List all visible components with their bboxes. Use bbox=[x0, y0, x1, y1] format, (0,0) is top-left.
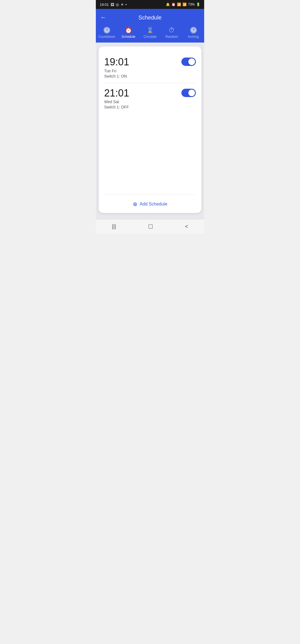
toggle-thumb-2 bbox=[188, 90, 195, 96]
status-right: 🔔 ⏰ 📶 📶 73% 🔋 bbox=[166, 3, 200, 6]
alarm-icon: 🔔 bbox=[166, 3, 170, 6]
clock-icon: ⏰ bbox=[171, 3, 176, 6]
add-schedule-button[interactable]: ⊕ Add Schedule bbox=[104, 194, 196, 213]
tab-inching[interactable]: 🕐 Inching bbox=[185, 27, 202, 39]
tab-circulate[interactable]: ⌛ Circulate bbox=[142, 27, 158, 39]
back-nav-button[interactable]: < bbox=[185, 223, 188, 230]
brightness-icon: ☀ bbox=[121, 3, 124, 7]
tab-schedule-label: Schedule bbox=[121, 35, 135, 39]
schedule-switch-label-2: Switch 1: OFF bbox=[104, 105, 129, 109]
toggle-track-2[interactable] bbox=[181, 89, 196, 97]
tab-random-label: Random bbox=[165, 35, 178, 39]
random-icon: ⏱ bbox=[169, 27, 175, 33]
schedule-switch-label-1: Switch 1: ON bbox=[104, 74, 129, 78]
schedule-days-2: Wed Sat bbox=[104, 100, 129, 104]
tab-bar: 🕐 Countdown ⏰ Schedule ⌛ Circulate ⏱ Ran… bbox=[96, 25, 204, 43]
schedule-time-1: 19:01 bbox=[104, 56, 129, 68]
tab-random[interactable]: ⏱ Random bbox=[163, 27, 180, 39]
tab-schedule[interactable]: ⏰ Schedule bbox=[120, 27, 137, 39]
signal-icon: 📶 bbox=[182, 3, 187, 6]
tab-inching-label: Inching bbox=[188, 35, 199, 39]
schedule-icon: ⏰ bbox=[125, 27, 132, 33]
toggle-track-1[interactable] bbox=[181, 58, 196, 66]
back-button[interactable]: ← bbox=[100, 14, 106, 21]
countdown-icon: 🕐 bbox=[103, 27, 111, 33]
schedule-item-2[interactable]: 21:01 Wed Sat Switch 1: OFF bbox=[104, 83, 196, 114]
schedule-info-1: 19:01 Tue Fri Switch 1: ON bbox=[104, 56, 129, 78]
circulate-icon: ⌛ bbox=[146, 27, 154, 33]
home-button[interactable]: ☐ bbox=[148, 223, 153, 230]
schedule-card: 19:01 Tue Fri Switch 1: ON 21:01 Wed Sat… bbox=[99, 46, 201, 213]
battery-percent: 73% bbox=[188, 3, 195, 6]
header: ← Schedule bbox=[96, 9, 204, 25]
status-time: 19:01 bbox=[100, 3, 109, 7]
content-area: 19:01 Tue Fri Switch 1: ON 21:01 Wed Sat… bbox=[96, 43, 204, 219]
schedule-info-2: 21:01 Wed Sat Switch 1: OFF bbox=[104, 88, 129, 110]
tab-countdown-label: Countdown bbox=[98, 35, 115, 39]
card-spacer bbox=[104, 114, 196, 192]
page-title: Schedule bbox=[109, 14, 191, 21]
tab-countdown[interactable]: 🕐 Countdown bbox=[98, 27, 115, 39]
photo-icon: 🖼 bbox=[111, 3, 114, 7]
tab-circulate-label: Circulate bbox=[144, 35, 157, 39]
schedule-time-2: 21:01 bbox=[104, 88, 129, 99]
toggle-thumb-1 bbox=[188, 58, 195, 65]
circle-icon: ◎ bbox=[116, 3, 119, 7]
status-left: 19:01 🖼 ◎ ☀ • bbox=[100, 3, 127, 7]
toggle-1[interactable] bbox=[181, 58, 196, 66]
status-bar: 19:01 🖼 ◎ ☀ • 🔔 ⏰ 📶 📶 73% 🔋 bbox=[96, 0, 204, 9]
battery-icon: 🔋 bbox=[196, 3, 200, 6]
recent-apps-button[interactable]: ||| bbox=[112, 223, 116, 230]
inching-icon: 🕐 bbox=[190, 27, 197, 33]
wifi-icon: 📶 bbox=[177, 3, 181, 6]
add-schedule-label: Add Schedule bbox=[140, 202, 168, 207]
add-schedule-icon: ⊕ bbox=[133, 201, 138, 207]
toggle-2[interactable] bbox=[181, 89, 196, 97]
schedule-days-1: Tue Fri bbox=[104, 69, 129, 73]
dot-icon: • bbox=[126, 3, 127, 7]
bottom-nav: ||| ☐ < bbox=[96, 219, 204, 234]
schedule-item-1[interactable]: 19:01 Tue Fri Switch 1: ON bbox=[104, 52, 196, 83]
